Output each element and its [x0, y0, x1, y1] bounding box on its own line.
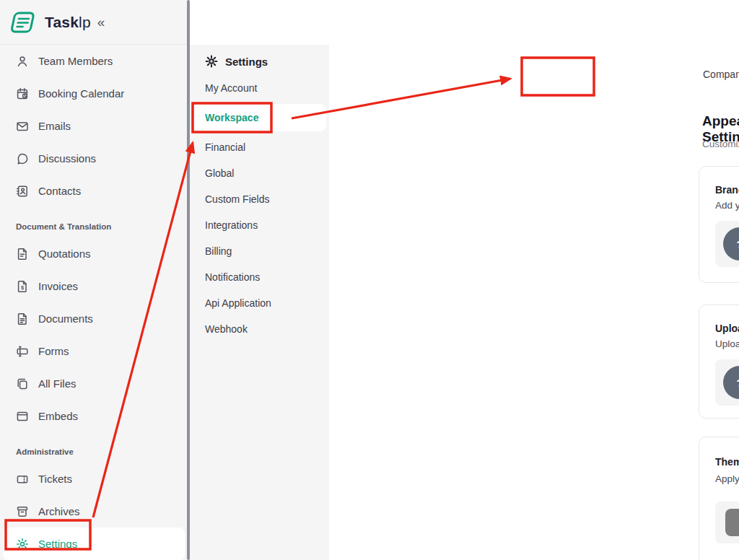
sidebar-item-label: Forms [38, 345, 69, 357]
files-icon [16, 377, 29, 390]
sidebar-item-emails[interactable]: Emails [0, 110, 189, 142]
gear-filled-icon [205, 55, 218, 68]
svg-text:$: $ [21, 284, 25, 290]
collapse-sidebar-icon[interactable]: « [97, 14, 105, 30]
sidebar-scrollbar[interactable] [187, 0, 190, 560]
sidebar-item-label: Discussions [38, 152, 96, 165]
sidebar-item-settings[interactable]: Settings [3, 528, 185, 560]
quote-file-icon [16, 248, 29, 261]
primary-sidebar: Tasklp « Team MembersBooking CalendarEma… [0, 0, 189, 560]
calendar-icon [16, 87, 29, 100]
tab-company[interactable]: Company [703, 69, 739, 80]
sidebar-section-document-translation: Document & Translation [0, 216, 189, 237]
primary-nav: Team MembersBooking CalendarEmailsDiscus… [0, 45, 189, 560]
favicon-card: Upload Favicon Upload a favicon for your… [699, 305, 739, 419]
settings-nav-item-api-application[interactable]: Api Application [189, 290, 329, 316]
sidebar-item-label: Settings [38, 538, 77, 550]
sidebar-item-label: Tickets [38, 473, 72, 485]
sidebar-item-discussions[interactable]: Discussions [0, 142, 189, 175]
sidebar-item-label: Documents [38, 312, 93, 325]
settings-nav-item-workspace[interactable]: Workspace [193, 104, 326, 131]
tasklp-logo-icon [9, 11, 38, 34]
settings-header-label: Settings [225, 56, 268, 68]
settings-nav-item-my-account[interactable]: My Account [189, 75, 329, 101]
favicon-placeholder-avatar: ? [723, 366, 739, 399]
sidebar-section-administrative: Administrative [0, 441, 189, 463]
address-book-icon [16, 185, 29, 198]
favicon-card-title: Upload Favicon [715, 323, 739, 334]
sidebar-item-label: Archives [38, 505, 80, 517]
settings-sidebar-header: Settings [189, 53, 329, 69]
theme-color-swatch-panel [715, 502, 739, 543]
settings-sidebar: Settings My AccountWorkspaceFinancialGlo… [189, 45, 329, 560]
brand-image-card-description: Add your logo to ensure your Workspace a… [715, 200, 739, 211]
envelope-icon [16, 120, 29, 133]
brand-image-card: Brand / Profile Image Add your logo to e… [699, 166, 739, 283]
person-icon [16, 55, 29, 68]
tab-bar: CompanyDomain SettingsAppearanceCountry … [703, 69, 739, 80]
theme-color-card-description: Apply your brand colors to personalize y… [715, 473, 739, 484]
settings-nav-item-notifications[interactable]: Notifications [189, 264, 329, 290]
form-icon [16, 345, 29, 358]
ticket-icon [16, 473, 29, 486]
sidebar-item-label: Booking Calendar [38, 87, 124, 100]
sidebar-item-label: Emails [38, 120, 71, 132]
sidebar-item-quotations[interactable]: Quotations [0, 237, 189, 270]
sidebar-item-all-files[interactable]: All Files [0, 367, 189, 400]
theme-swatch-gray[interactable] [725, 509, 739, 536]
sidebar-item-archives[interactable]: Archives [0, 495, 189, 528]
sidebar-item-documents[interactable]: Documents [0, 302, 189, 335]
settings-nav-item-financial[interactable]: Financial [189, 134, 329, 160]
sidebar-item-invoices[interactable]: $Invoices [0, 270, 189, 302]
sidebar-item-label: Quotations [38, 248, 91, 260]
sidebar-item-label: Invoices [38, 280, 78, 292]
settings-nav: My AccountWorkspaceFinancialGlobalCustom… [189, 69, 329, 342]
sidebar-item-team-members[interactable]: Team Members [0, 45, 189, 77]
gear-icon [16, 538, 29, 551]
theme-color-card-title: Theme Color [715, 456, 739, 468]
page-subtitle: Customize the look and feel of your Work… [702, 139, 739, 149]
chat-icon [16, 152, 29, 165]
sidebar-item-contacts[interactable]: Contacts [0, 175, 189, 207]
settings-nav-item-global[interactable]: Global [189, 160, 329, 186]
brand-image-placeholder-avatar: ? [723, 227, 739, 261]
brand-image-card-title: Brand / Profile Image [715, 184, 739, 196]
settings-nav-item-billing[interactable]: Billing [189, 238, 329, 264]
settings-nav-item-webhook[interactable]: Webhook [189, 316, 329, 342]
theme-color-card: Theme Color Coming Soon Apply your brand… [699, 437, 739, 560]
brand-image-upload-panel: ? Upload [715, 221, 739, 267]
archive-icon [16, 505, 29, 518]
sidebar-item-label: Embeds [38, 410, 78, 422]
document-icon [16, 312, 29, 325]
logo-wordmark: Tasklp [45, 14, 91, 31]
invoice-icon: $ [16, 280, 29, 293]
sidebar-item-forms[interactable]: Forms [0, 335, 189, 367]
sidebar-item-tickets[interactable]: Tickets [0, 463, 189, 495]
favicon-card-description: Upload a favicon for your workspace. [715, 338, 739, 349]
sidebar-item-booking-calendar[interactable]: Booking Calendar [0, 77, 189, 110]
settings-nav-item-integrations[interactable]: Integrations [189, 212, 329, 238]
logo-row: Tasklp « [0, 0, 189, 45]
sidebar-item-embeds[interactable]: Embeds [0, 400, 189, 432]
sidebar-item-label: All Files [38, 377, 76, 390]
settings-nav-item-custom-fields[interactable]: Custom Fields [189, 186, 329, 212]
main-content: CompanyDomain SettingsAppearanceCountry … [329, 0, 739, 560]
favicon-upload-panel: ? Upload [715, 359, 739, 406]
window-icon [16, 410, 29, 423]
sidebar-item-label: Team Members [38, 55, 113, 67]
sidebar-item-label: Contacts [38, 185, 81, 197]
